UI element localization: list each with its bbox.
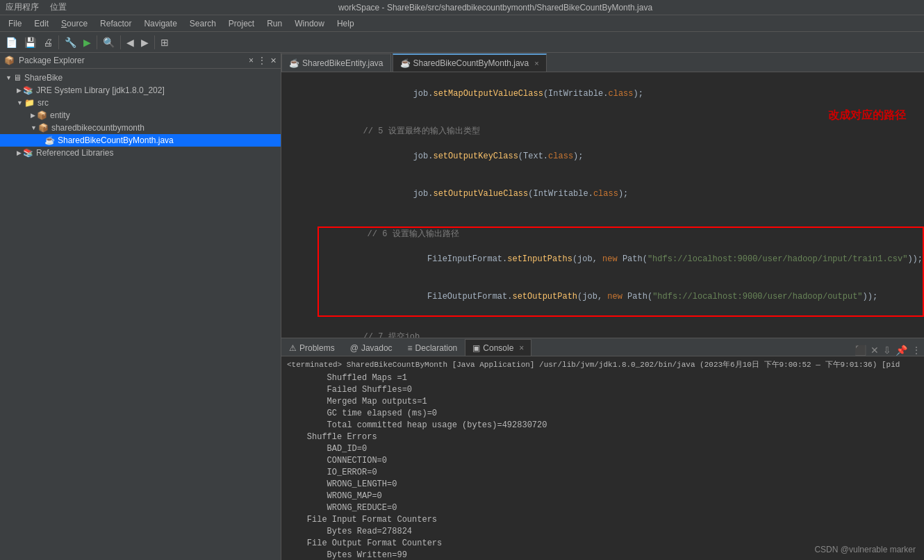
declaration-label: Declaration — [415, 343, 458, 353]
tab-icon-countbymonth: ☕ — [400, 58, 411, 68]
jre-icon: 📚 — [23, 85, 33, 95]
tree-sharebike[interactable]: ▼ 🖥 ShareBike — [0, 72, 281, 84]
problems-label: Problems — [299, 343, 335, 353]
menu-window[interactable]: Window — [289, 17, 330, 30]
console-menu-btn[interactable]: ⋮ — [911, 345, 921, 356]
tree-jre[interactable]: ▶ 📚 JRE System Library [jdk1.8.0_202] — [0, 84, 281, 97]
toolbar: 📄 💾 🖨 🔧 ▶ 🔍 ◀ ▶ ⊞ — [0, 32, 924, 53]
print-btn[interactable]: 🖨 — [40, 34, 56, 51]
code-line-4: job.setOutputKeyClass(Text.class); — [281, 138, 924, 175]
tab-problems[interactable]: ⚠ Problems — [281, 339, 343, 356]
menu-help[interactable]: Help — [331, 17, 360, 30]
code-line-11: // 7 提交job — [281, 331, 924, 338]
menu-edit[interactable]: Edit — [28, 17, 54, 30]
triangle-entity: ▶ — [31, 112, 35, 119]
sep2 — [97, 35, 97, 49]
menu-file[interactable]: File — [3, 17, 27, 30]
tab-declaration[interactable]: ≡ Declaration — [400, 339, 465, 356]
javadoc-icon: @ — [350, 343, 358, 353]
console-line-5: Total committed heap usage (bytes)=49283… — [287, 420, 921, 431]
console-line-4: GC time elapsed (ms)=0 — [287, 408, 921, 420]
sep4 — [154, 35, 155, 49]
menu-refactor[interactable]: Refactor — [94, 17, 137, 30]
line-content-11: // 7 提交job — [323, 331, 420, 338]
explorer-menu[interactable]: ⋮ — [258, 56, 266, 65]
debug-btn[interactable]: 🔧 — [62, 34, 79, 51]
menu-source[interactable]: Source — [56, 17, 93, 30]
explorer-minimize[interactable]: × — [249, 56, 254, 65]
sharedbikecountbymonth-icon: 📦 — [38, 123, 49, 133]
tab-sharedbikecountbymonth[interactable]: ☕ SharedBikeCountByMonth.java × — [393, 53, 547, 72]
console-line-7: BAD_ID=0 — [287, 443, 921, 455]
src-label: src — [38, 98, 49, 108]
menu-search[interactable]: Search — [184, 17, 222, 30]
console-pin-btn[interactable]: 📌 — [896, 345, 907, 356]
perspective-btn[interactable]: ⊞ — [158, 34, 172, 51]
reflibs-icon: 📚 — [23, 148, 33, 158]
console-stop-btn[interactable]: ⬛ — [855, 345, 866, 356]
back-btn[interactable]: ◀ — [124, 34, 137, 51]
tree-entity[interactable]: ▶ 📦 entity — [0, 109, 281, 122]
console-scroll-btn[interactable]: ⇩ — [883, 345, 891, 356]
tree-sharedbikecountbymonth[interactable]: ▼ 📦 sharedbikecountbymonth — [0, 122, 281, 134]
search-btn[interactable]: 🔍 — [100, 34, 117, 51]
code-line-10 — [281, 318, 924, 331]
line-content-6 — [323, 213, 328, 225]
line-content-9: FileOutputFormat.setOutputPath(job, new … — [327, 278, 877, 315]
reflibs-label: Referenced Libraries — [36, 148, 113, 158]
bottom-tab-controls: ⬛ ✕ ⇩ 📌 ⋮ — [855, 345, 924, 356]
console-line-6: Shuffle Errors — [287, 431, 921, 443]
problems-icon: ⚠ — [289, 343, 297, 353]
tab-label-countbymonth: SharedBikeCountByMonth.java — [413, 58, 529, 68]
app-menu-item-apps[interactable]: 应用程序 — [6, 1, 39, 13]
menu-run[interactable]: Run — [261, 17, 288, 30]
console-content[interactable]: <terminated> SharedBikeCountByMonth [Jav… — [281, 356, 924, 560]
menu-bar: File Edit Source Refactor Navigate Searc… — [0, 15, 924, 32]
line-content-4: job.setOutputKeyClass(Text.class); — [323, 138, 584, 175]
sharebike-icon: 🖥 — [13, 73, 22, 83]
run-btn[interactable]: ▶ — [81, 34, 94, 51]
sep1 — [58, 35, 59, 49]
explorer-close[interactable]: ✕ — [270, 56, 277, 65]
new-btn[interactable]: 📄 — [3, 34, 20, 51]
line-content-8: FileInputFormat.setInputPaths(job, new P… — [327, 240, 923, 278]
triangle-sharedbikecountbymonth: ▼ — [31, 124, 37, 131]
app-menu-bar[interactable]: 应用程序 位置 — [6, 1, 67, 13]
code-editor[interactable]: 改成对应的路径 job.setMapOutputValueClass(IntWr… — [281, 72, 924, 338]
console-clear-btn[interactable]: ✕ — [871, 345, 879, 356]
explorer-header: 📦 Package Explorer × ⋮ ✕ — [0, 53, 281, 69]
tab-sharedbikeentity[interactable]: ☕ SharedBikeEntity.java — [281, 53, 391, 72]
line-content-1: job.setMapOutputValueClass(IntWritable.c… — [323, 75, 643, 113]
jre-label: JRE System Library [jdk1.8.0_202] — [36, 85, 165, 95]
tab-console[interactable]: ▣ Console × — [465, 339, 531, 356]
tree-sharedbikecountbymonth-java[interactable]: ☕ SharedBikeCountByMonth.java — [0, 134, 281, 147]
sharedbikecountbymonth-java-label: SharedBikeCountByMonth.java — [58, 135, 174, 145]
code-line-5: job.setOutputValueClass(IntWritable.clas… — [281, 175, 924, 213]
editor-area: ☕ SharedBikeEntity.java ☕ SharedBikeCoun… — [281, 53, 924, 560]
app-menu-item-location[interactable]: 位置 — [50, 1, 67, 13]
console-header: <terminated> SharedBikeCountByMonth [Jav… — [287, 359, 921, 370]
triangle-jre: ▶ — [17, 87, 22, 94]
code-line-8: FileInputFormat.setInputPaths(job, new P… — [319, 240, 923, 278]
tab-close-countbymonth[interactable]: × — [534, 59, 538, 67]
forward-btn[interactable]: ▶ — [138, 34, 151, 51]
declaration-icon: ≡ — [408, 343, 413, 353]
save-btn[interactable]: 💾 — [22, 34, 39, 51]
console-line-11: WRONG_MAP=0 — [287, 491, 921, 502]
code-line-7: // 6 设置输入输出路径 — [319, 228, 923, 240]
tab-javadoc[interactable]: @ Javadoc — [343, 339, 400, 356]
console-icon: ▣ — [472, 343, 480, 353]
tree-reflibs[interactable]: ▶ 📚 Referenced Libraries — [0, 147, 281, 159]
tree-src[interactable]: ▼ 📁 src — [0, 97, 281, 109]
tab-icon-entity: ☕ — [289, 58, 299, 68]
menu-project[interactable]: Project — [223, 17, 260, 30]
menu-navigate[interactable]: Navigate — [138, 17, 182, 30]
tab-label-entity: SharedBikeEntity.java — [302, 58, 383, 68]
package-icon: 📦 — [4, 56, 15, 65]
console-line-8: CONNECTION=0 — [287, 455, 921, 467]
console-line-13: File Input Format Counters — [287, 514, 921, 526]
code-line-6 — [281, 213, 924, 225]
line-content-10 — [323, 318, 328, 331]
console-close[interactable]: × — [519, 343, 524, 353]
sharedbikecountbymonth-label: sharedbikecountbymonth — [51, 123, 145, 133]
